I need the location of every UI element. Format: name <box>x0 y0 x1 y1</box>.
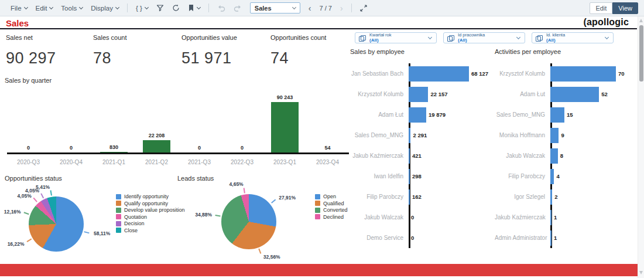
menu-tools[interactable]: Tools <box>61 5 83 12</box>
bar[interactable] <box>550 210 551 225</box>
scrollbar-down-arrow[interactable] <box>639 271 643 274</box>
expression-menu[interactable]: { } <box>136 5 148 12</box>
bar-column[interactable]: 0 <box>178 93 221 152</box>
edit-mode-button[interactable]: Edit <box>590 2 612 14</box>
legend-item[interactable]: Decision <box>116 221 185 226</box>
kpi-label: Opportunities value <box>181 34 237 41</box>
legend-label: Qualify opportunity <box>124 201 168 206</box>
hbar-zone: 298 <box>409 169 495 184</box>
bar[interactable] <box>409 189 410 205</box>
redo-icon[interactable] <box>234 5 242 12</box>
hbar-row: Sales Demo_MNG15 <box>495 104 640 125</box>
pie-percentage-label: 4,05% <box>18 193 32 199</box>
sheet-selector[interactable]: Sales <box>250 2 300 13</box>
menu-edit[interactable]: Edit <box>36 5 53 12</box>
bar[interactable] <box>550 230 551 246</box>
x-axis-tick-label: 2023-Q1 <box>263 159 306 165</box>
hbar-row: Filip Parobczy4 <box>495 166 640 187</box>
chart-title: Sales by employee <box>350 48 405 55</box>
bar[interactable] <box>550 169 554 184</box>
undo-icon[interactable] <box>217 5 225 12</box>
pie-label-leader <box>24 212 29 215</box>
kpi-sales-net: Sales net 90 297 <box>6 34 56 67</box>
hbar-zone: 19 879 <box>409 107 495 123</box>
bar[interactable] <box>550 87 599 102</box>
hbar-zone: 8 <box>550 148 640 164</box>
legend-item[interactable]: Close <box>116 228 185 233</box>
hbar-category-label: Sales Demo_MNG <box>350 132 409 138</box>
bar-column[interactable]: 830 <box>93 93 135 152</box>
bar[interactable] <box>100 152 128 152</box>
legend-item[interactable]: Converted <box>315 207 348 213</box>
bar-value-label: 68 127 <box>471 70 488 77</box>
hbar-category-label: Demo Service <box>350 235 409 241</box>
hbar-zone: 0 <box>409 230 495 246</box>
pie-chart[interactable] <box>221 194 276 249</box>
prev-sheet-button[interactable]: ‹ <box>309 4 311 12</box>
bar-column[interactable]: 54 <box>306 93 349 152</box>
bar-column[interactable]: 0 <box>7 93 50 152</box>
vertical-scrollbar[interactable] <box>638 16 644 278</box>
legend-item[interactable]: Qualified <box>315 201 348 206</box>
bar[interactable] <box>409 107 426 123</box>
hbar-row: Krzysztof Kolumb70 <box>495 63 640 84</box>
hbar-zone: 1 <box>550 230 640 246</box>
toolbar-separator <box>127 4 128 12</box>
refresh-icon[interactable] <box>172 4 180 12</box>
app-window: File Edit Tools Display { } <box>0 0 644 278</box>
bar-column[interactable]: 90 243 <box>263 93 306 152</box>
x-axis-tick-label: 2021-Q1 <box>93 159 135 165</box>
kpi-value: 90 297 <box>6 49 56 67</box>
bar[interactable] <box>550 107 564 123</box>
bar-chart-plot[interactable]: 0083022 2080090 24354 <box>7 93 349 154</box>
bar-value-label: 2 <box>554 194 557 200</box>
bar[interactable] <box>143 140 170 152</box>
legend-item[interactable]: Develop value proposition <box>116 207 185 213</box>
hbar-zone: 9 <box>550 128 640 143</box>
bar-column[interactable]: 0 <box>221 93 263 152</box>
pie-percentage-label: 5,41% <box>36 184 50 190</box>
menu-display[interactable]: Display <box>91 5 119 12</box>
pie-label-leader <box>27 239 32 242</box>
legend-item[interactable]: Quotation <box>116 214 185 220</box>
bar[interactable] <box>409 169 410 184</box>
legend-item[interactable]: Open <box>315 194 348 199</box>
legend-item[interactable]: Qualify opportunity <box>116 201 185 206</box>
filter-kwartal-rok[interactable]: Kwartał rok (All) <box>355 32 437 43</box>
bar-value-label: 162 <box>412 194 422 200</box>
chart-title: Activities per employee <box>495 48 561 55</box>
bar[interactable] <box>409 128 410 143</box>
bar[interactable] <box>550 128 559 143</box>
filter-id-klienta[interactable]: Id. klienta (All) <box>532 32 614 43</box>
bookmark-icon[interactable] <box>188 4 200 12</box>
filter-funnel-icon[interactable] <box>156 4 164 12</box>
bar[interactable] <box>409 87 428 102</box>
bar-column[interactable]: 0 <box>50 93 93 152</box>
bar-value-label: 54 <box>324 145 330 151</box>
pie-chart[interactable] <box>29 196 84 252</box>
bar[interactable] <box>550 66 616 82</box>
legend-swatch <box>116 228 121 233</box>
top-toolbar: File Edit Tools Display { } <box>0 0 644 16</box>
next-sheet-button[interactable]: › <box>340 4 343 12</box>
filter-id-pracownika[interactable]: Id pracownika (All) <box>443 32 525 43</box>
legend-item[interactable]: Declined <box>315 214 348 220</box>
opportunities-status-chart: Opportunities status Identify opportunit… <box>5 175 180 263</box>
legend-item[interactable]: Identify opportunity <box>116 194 185 199</box>
hbar-category-label: Adam Łut <box>350 111 409 118</box>
bar-value-label: 0 <box>411 214 414 221</box>
legend-swatch <box>116 214 121 219</box>
bar[interactable] <box>550 189 552 205</box>
bar[interactable] <box>550 148 558 164</box>
menu-file[interactable]: File <box>11 5 28 12</box>
bar-column[interactable]: 22 208 <box>135 93 178 152</box>
view-mode-button[interactable]: View <box>612 2 638 14</box>
hbar-zone: 68 127 <box>409 66 495 82</box>
bar[interactable] <box>409 148 410 164</box>
scrollbar-thumb[interactable] <box>639 25 643 82</box>
bar[interactable] <box>409 66 469 82</box>
expand-icon[interactable] <box>360 5 367 12</box>
scrollbar-up-arrow[interactable] <box>639 19 643 22</box>
pie-label-leader <box>215 215 220 217</box>
bar[interactable] <box>271 102 299 152</box>
